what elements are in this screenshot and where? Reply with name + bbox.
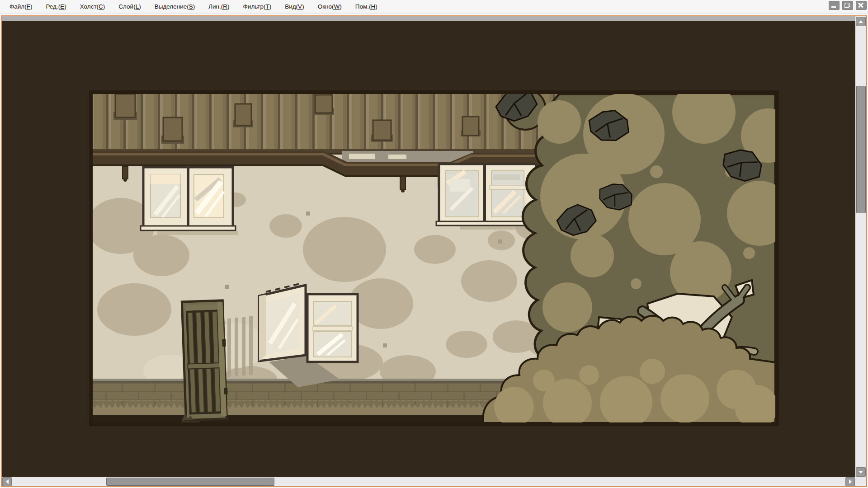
menu-label: ) (227, 3, 230, 10)
minimize-icon (831, 6, 836, 8)
horizontal-scrollbar-thumb[interactable] (106, 478, 274, 486)
menu-label: ) (375, 3, 377, 10)
menu-item-help[interactable]: Пом.(H) (349, 0, 384, 14)
pixel-art-canvas[interactable] (89, 90, 779, 426)
menu-hotkey: C (99, 3, 103, 10)
menu-label: Файл( (9, 3, 27, 10)
menu-label: ) (340, 3, 342, 10)
menu-item-canvas[interactable]: Холст(C) (73, 0, 112, 14)
menu-label: Выделение( (155, 3, 189, 10)
menu-label: Вид( (285, 3, 298, 10)
menu-label: ) (30, 3, 33, 10)
menu-item-view[interactable]: Вид(V) (278, 0, 311, 14)
restore-icon (844, 3, 850, 8)
menu-item-file[interactable]: Файл(F) (3, 0, 39, 14)
menu-item-selection[interactable]: Выделение(S) (148, 0, 202, 14)
arrow-right-icon (849, 479, 852, 484)
menu-label: ) (139, 3, 141, 10)
scroll-right-button[interactable] (845, 477, 855, 486)
menu-label: ) (302, 3, 304, 10)
menu-hotkey: S (189, 3, 193, 10)
close-icon (858, 2, 863, 8)
scroll-up-button[interactable] (856, 17, 866, 26)
arrow-up-icon (859, 20, 863, 23)
restore-button[interactable] (842, 1, 853, 10)
menu-bar: Файл(F) Ред.(E) Холст(C) Слой(L) Выделен… (0, 0, 868, 14)
menu-hotkey: T (265, 3, 269, 10)
gate-door (177, 300, 229, 426)
menu-item-edit[interactable]: Ред.(E) (39, 0, 73, 14)
menu-hotkey: R (223, 3, 227, 10)
window-left (141, 167, 238, 235)
menu-label: ) (103, 3, 105, 10)
menu-label: Пом.( (355, 3, 371, 10)
menu-label: Окно( (318, 3, 334, 10)
scroll-down-button[interactable] (856, 467, 866, 477)
minimize-button[interactable] (829, 1, 840, 10)
menu-hotkey: H (371, 3, 376, 10)
menu-item-filter[interactable]: Фильтр(T) (236, 0, 278, 14)
vertical-scrollbar[interactable] (855, 16, 866, 477)
scroll-left-button[interactable] (2, 477, 12, 486)
menu-label: ) (64, 3, 66, 10)
arrow-down-icon (859, 471, 863, 474)
menu-item-layer[interactable]: Слой(L) (112, 0, 147, 14)
menu-item-window[interactable]: Окно(W) (311, 0, 349, 14)
menu-item-line[interactable]: Лин.(R) (202, 0, 236, 14)
menu-hotkey: F (27, 3, 30, 10)
menu-hotkey: E (60, 3, 64, 10)
menu-label: ) (193, 3, 195, 10)
window-controls (829, 1, 867, 10)
horizontal-scrollbar[interactable] (2, 477, 855, 486)
scrollbar-corner (855, 477, 866, 486)
menu-label: Ред.( (46, 3, 60, 10)
menu-label: ) (269, 3, 272, 10)
menu-label: Слой( (118, 3, 135, 10)
vertical-scrollbar-thumb[interactable] (856, 86, 866, 213)
menu-label: Холст( (80, 3, 99, 10)
menu-hotkey: W (334, 3, 340, 10)
canvas-viewport[interactable] (2, 16, 855, 477)
close-button[interactable] (856, 1, 867, 10)
arrow-left-icon (6, 479, 9, 484)
canvas-outside-area (2, 16, 855, 21)
application-window: Файл(F) Ред.(E) Холст(C) Слой(L) Выделен… (0, 0, 868, 488)
canvas-frame (1, 15, 867, 487)
menu-label: Фильтр( (243, 3, 266, 10)
menu-hotkey: V (298, 3, 302, 10)
menu-label: Лин.( (208, 3, 223, 10)
